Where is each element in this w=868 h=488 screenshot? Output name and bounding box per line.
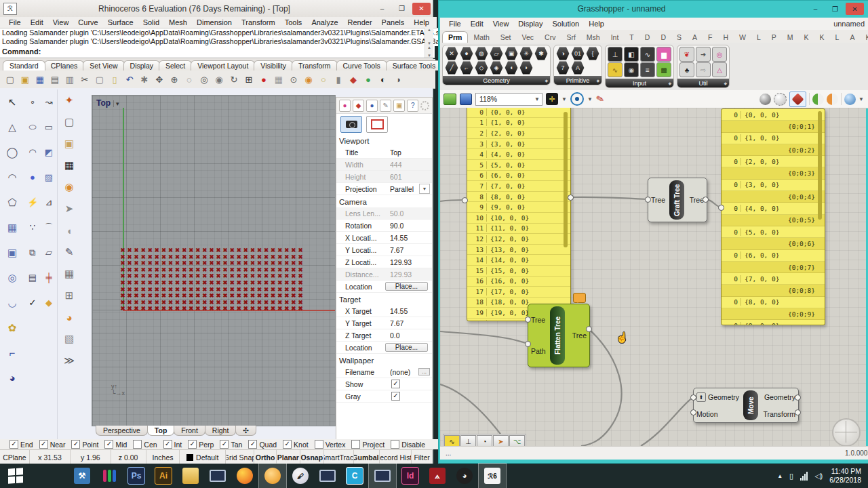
gh-tab-l-21[interactable]: L: [830, 32, 845, 43]
open-file-icon[interactable]: [443, 94, 456, 105]
flatten-warning-tag-icon[interactable]: [573, 293, 586, 303]
osnap-checkbox[interactable]: [351, 440, 360, 449]
rhino-menu-analyze[interactable]: Analyze: [307, 18, 342, 26]
cut-icon[interactable]: ✂: [77, 73, 92, 86]
component-square-icon[interactable]: ⊥: [608, 47, 623, 62]
osnap-checkbox[interactable]: [133, 440, 142, 449]
checkbox[interactable]: ✓: [391, 392, 400, 401]
osnap-perp[interactable]: ✓Perp: [188, 440, 214, 449]
group-label-input[interactable]: Input: [606, 79, 673, 87]
lightning-icon[interactable]: ⚡: [24, 190, 41, 215]
sketch-pen-icon[interactable]: ✎: [595, 93, 605, 105]
rhino-menu-view[interactable]: View: [48, 18, 74, 26]
clock[interactable]: 11:40 PM 6/28/2018: [829, 467, 861, 485]
split-icon[interactable]: ⊿: [41, 190, 57, 215]
component-hex-icon[interactable]: ◑: [556, 47, 570, 60]
indesign-icon[interactable]: Id: [397, 464, 424, 488]
panel-left-input-port[interactable]: [462, 197, 468, 203]
component-hex-icon[interactable]: {: [586, 47, 599, 60]
panel-right-scrollbar[interactable]: [818, 111, 822, 220]
component-square-icon[interactable]: ❦: [679, 47, 694, 62]
zoom-selected-icon[interactable]: ◉: [212, 73, 226, 86]
photoshop-icon[interactable]: Ps: [123, 464, 150, 488]
pen-tab-icon[interactable]: ✎: [380, 100, 391, 112]
property-value[interactable]: 14.55: [390, 307, 432, 315]
component-square-icon[interactable]: △: [712, 62, 727, 77]
rhino-menu-file[interactable]: File: [4, 18, 26, 26]
obs-icon[interactable]: ◕: [451, 464, 478, 488]
gh-menu-help[interactable]: Help: [584, 20, 609, 28]
blob-plus-icon[interactable]: ◖: [58, 220, 81, 241]
move-icon[interactable]: ⧉: [24, 240, 41, 265]
component-hex-icon[interactable]: ◍: [475, 47, 488, 60]
place-button[interactable]: Place...: [385, 343, 428, 352]
toolbar-tab-transform[interactable]: Transform: [292, 60, 337, 70]
zoom-level-select[interactable]: 118% ▼: [475, 93, 542, 106]
osnap-near[interactable]: ✓Near: [39, 440, 66, 449]
gh-tab-m-18[interactable]: M: [782, 32, 799, 43]
osnap-disable[interactable]: Disable: [391, 440, 425, 449]
osnap-vertex[interactable]: Vertex: [315, 440, 346, 449]
osnap-end[interactable]: ✓End: [9, 440, 33, 449]
gh-tab-prm-0[interactable]: Prm: [442, 31, 468, 43]
chevron-down-icon[interactable]: ▼: [561, 96, 567, 102]
dot-orange-icon[interactable]: ◉: [301, 73, 316, 86]
flatten-output-port[interactable]: [586, 326, 592, 332]
property-value[interactable]: 7.67: [390, 319, 432, 327]
rhino-command-prompt[interactable]: Command:: [0, 45, 435, 58]
osnap-mid[interactable]: ✓Mid: [104, 440, 127, 449]
osnap-checkbox[interactable]: ✓: [104, 440, 113, 449]
rhino-close-button[interactable]: ✕: [412, 3, 431, 15]
rhino-menu-mesh[interactable]: Mesh: [164, 18, 192, 26]
gh-menu-solution[interactable]: Solution: [547, 20, 584, 28]
panel-right-input-port[interactable]: [718, 205, 724, 211]
preview-eye-icon[interactable]: [570, 92, 584, 106]
gh-tab-vec-3[interactable]: Vec: [517, 32, 540, 43]
property-value[interactable]: 90.0: [390, 222, 432, 230]
arrow-plus-icon[interactable]: ➤: [58, 198, 81, 220]
rhino-command-scrollbar[interactable]: ▲▼: [425, 28, 433, 45]
select-arrow-icon[interactable]: ↖: [0, 89, 24, 115]
rhino-menu-render[interactable]: Render: [343, 18, 377, 26]
viewport-tab-front[interactable]: Front: [174, 426, 205, 436]
toolbar-tab-cplanes[interactable]: CPlanes: [44, 60, 85, 70]
component-hex-icon[interactable]: ⌐: [460, 61, 473, 75]
status-filter[interactable]: Filter: [412, 450, 433, 464]
array-icon[interactable]: ▤: [24, 265, 41, 290]
checkbox[interactable]: ✓: [391, 380, 400, 388]
color-wheel-icon[interactable]: ●: [361, 73, 376, 86]
component-hex-icon[interactable]: ✳: [519, 47, 533, 60]
place-button[interactable]: Place...: [385, 282, 428, 291]
osnap-checkbox[interactable]: ✓: [39, 440, 48, 449]
status-planar[interactable]: Planar: [277, 450, 300, 464]
gh-tab-d-9[interactable]: D: [639, 32, 656, 43]
box-icon[interactable]: ▣: [0, 240, 24, 265]
flatten-input-path-port[interactable]: [525, 341, 531, 347]
document-preview-icon[interactable]: [827, 94, 838, 105]
property-value[interactable]: 444: [390, 161, 432, 169]
panel-left-output-port[interactable]: [568, 195, 574, 201]
remote-panel-icon[interactable]: [844, 94, 856, 105]
chevron-down-icon[interactable]: ▼: [587, 96, 593, 102]
revolve-icon[interactable]: ◡: [0, 290, 24, 315]
point-icon[interactable]: ∘: [24, 89, 41, 115]
floppy2-icon[interactable]: ▦: [58, 155, 81, 176]
status-gumball[interactable]: Gumball: [354, 450, 380, 464]
osnap-checkbox[interactable]: ✓: [71, 440, 80, 449]
shield-icon[interactable]: ◆: [346, 73, 361, 86]
grasshopper-titlebar[interactable]: Grasshopper - unnamed – ❐ ✕: [438, 0, 868, 18]
orange-swirl-icon[interactable]: ◕: [58, 306, 81, 328]
sphere-dark-icon[interactable]: ◐: [376, 73, 391, 86]
open-folder-icon[interactable]: ▣: [18, 73, 33, 86]
toolbar-tab-viewport-layout[interactable]: Viewport Layout: [191, 60, 255, 70]
toolbar-tab-display[interactable]: Display: [123, 60, 160, 70]
gh-menu-file[interactable]: File: [444, 20, 466, 28]
undo-icon[interactable]: ↶: [122, 73, 137, 86]
print-icon[interactable]: ▤: [47, 73, 62, 86]
rhino-menu-help[interactable]: Help: [409, 18, 434, 26]
viewport-menu-icon[interactable]: ▾: [113, 100, 119, 107]
viewport-properties-button[interactable]: [340, 116, 362, 133]
car-icon[interactable]: ●: [256, 73, 271, 86]
component-hex-icon[interactable]: ◇: [475, 61, 488, 75]
status-z-0-00[interactable]: z 0.00: [111, 450, 146, 464]
